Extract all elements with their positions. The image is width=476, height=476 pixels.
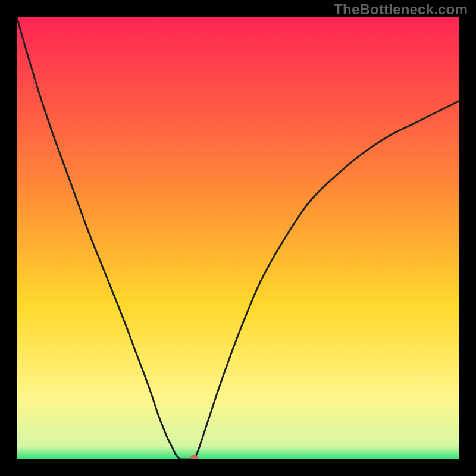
bottleneck-marker-icon bbox=[190, 455, 198, 459]
watermark-label: TheBottleneck.com bbox=[334, 1, 468, 18]
plot-svg bbox=[17, 17, 459, 459]
chart-frame: TheBottleneck.com bbox=[0, 0, 476, 476]
gradient-background bbox=[17, 17, 459, 459]
plot-area bbox=[17, 17, 459, 459]
